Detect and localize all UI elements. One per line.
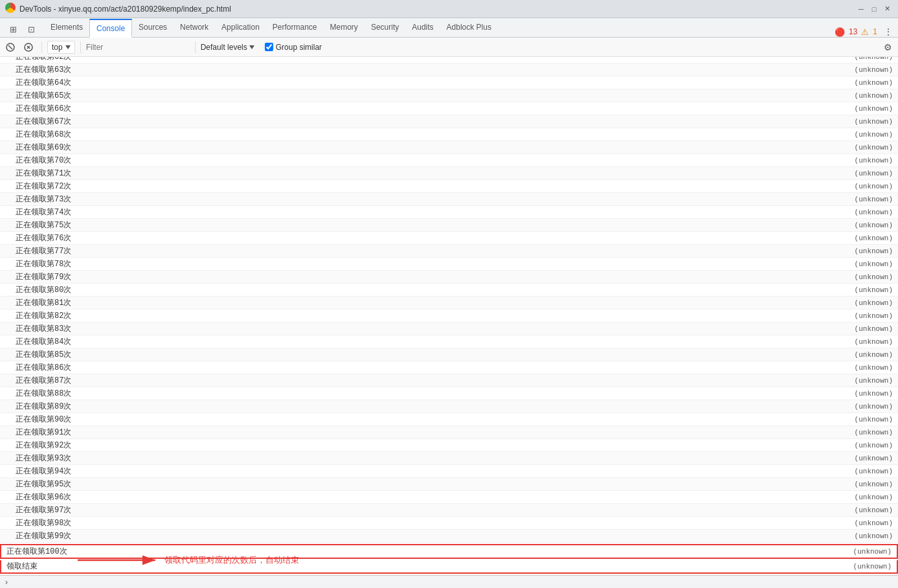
- title-text: DevTools - xinyue.qq.com/act/a20180929ke…: [19, 5, 855, 14]
- close-button[interactable]: ✕: [881, 3, 893, 15]
- table-row: 正在领取第68次(unknown): [0, 128, 898, 141]
- table-row: 正在领取第84次(unknown): [0, 335, 898, 348]
- table-row: 正在领取第80次(unknown): [0, 284, 898, 297]
- titlebar: DevTools - xinyue.qq.com/act/a20180929ke…: [0, 0, 898, 18]
- bottom-arrow-icon[interactable]: ›: [5, 578, 8, 587]
- window-controls: ─ □ ✕: [855, 3, 893, 15]
- table-row: 正在领取第70次(unknown): [0, 154, 898, 167]
- table-row: 正在领取第90次(unknown): [0, 413, 898, 426]
- table-row: 正在领取第97次(unknown): [0, 504, 898, 517]
- table-row: 正在领取第86次(unknown): [0, 361, 898, 374]
- table-row: 正在领取第88次(unknown): [0, 387, 898, 400]
- table-row: 正在领取第85次(unknown): [0, 348, 898, 361]
- tab-performance[interactable]: Performance: [266, 18, 324, 37]
- maximize-button[interactable]: □: [868, 3, 880, 15]
- gear-button[interactable]: ⚙: [880, 40, 895, 55]
- table-row: 正在领取第74次(unknown): [0, 206, 898, 219]
- table-row: 正在领取第79次(unknown): [0, 271, 898, 284]
- table-row: 正在领取第71次(unknown): [0, 167, 898, 180]
- table-row: 正在领取第78次(unknown): [0, 258, 898, 271]
- tab-security[interactable]: Security: [365, 18, 405, 37]
- table-row: 正在领取第69次(unknown): [0, 141, 898, 154]
- table-row: 正在领取第93次(unknown): [0, 452, 898, 465]
- table-row: 正在领取第96次(unknown): [0, 491, 898, 504]
- table-row: 正在领取第82次(unknown): [0, 310, 898, 322]
- table-row: 正在领取第92次(unknown): [0, 439, 898, 452]
- chrome-icon: [5, 3, 16, 15]
- clear-console-button[interactable]: [3, 40, 18, 55]
- table-row: 正在领取第76次(unknown): [0, 232, 898, 245]
- table-row: 正在领取第64次(unknown): [0, 76, 898, 89]
- annotation-text: 领取代码里对应的次数后，自动结束: [164, 554, 299, 566]
- tab-adblock[interactable]: Adblock Plus: [440, 18, 498, 37]
- stop-button[interactable]: [21, 40, 36, 55]
- table-row: 正在领取第99次(unknown): [0, 530, 898, 543]
- warning-count-badge: 1: [873, 27, 877, 36]
- devtools-tabbar: ⊞ ⊡ Elements Console Sources Network App…: [0, 18, 898, 38]
- highlighted-rows-container: 正在领取第100次 (unknown) 领取结束 (unknown) 领取代码里…: [0, 543, 898, 575]
- bottombar: ›: [0, 575, 898, 588]
- svg-line-1: [8, 45, 12, 49]
- console-rows-container: 正在领取第60次(unknown)正在领取第61次(unknown)正在领取第6…: [0, 57, 898, 543]
- console-output[interactable]: 正在领取第60次(unknown)正在领取第61次(unknown)正在领取第6…: [0, 57, 898, 575]
- minimize-button[interactable]: ─: [855, 3, 867, 15]
- context-selector[interactable]: top: [47, 41, 75, 54]
- tab-badge-area: 🔴 13 ⚠ 1 ⋮: [835, 27, 893, 37]
- tab-memory[interactable]: Memory: [324, 18, 365, 37]
- tab-audits[interactable]: Audits: [405, 18, 440, 37]
- group-similar-checkbox[interactable]: Group similar: [265, 43, 322, 52]
- table-row: 正在领取第81次(unknown): [0, 297, 898, 310]
- toolbar-divider-1: [41, 41, 42, 53]
- table-row: 正在领取第94次(unknown): [0, 465, 898, 478]
- tab-sources[interactable]: Sources: [132, 18, 174, 37]
- dock-left-icon[interactable]: ⊞: [5, 21, 21, 37]
- table-row: 正在领取第87次(unknown): [0, 374, 898, 387]
- table-row: 正在领取第63次(unknown): [0, 63, 898, 76]
- tab-elements[interactable]: Elements: [44, 18, 89, 37]
- table-row: 正在领取第83次(unknown): [0, 322, 898, 335]
- default-levels-selector[interactable]: Default levels: [201, 43, 254, 52]
- settings-icon[interactable]: ⋮: [884, 27, 893, 37]
- table-row: 正在领取第72次(unknown): [0, 180, 898, 193]
- table-row: 正在领取第75次(unknown): [0, 219, 898, 232]
- filter-input[interactable]: [86, 43, 190, 52]
- dock-right-icon[interactable]: ⊡: [23, 21, 39, 37]
- table-row: 正在领取第89次(unknown): [0, 400, 898, 413]
- table-row: 正在领取第67次(unknown): [0, 115, 898, 128]
- table-row: 正在领取第91次(unknown): [0, 426, 898, 439]
- error-icon: 🔴: [835, 27, 845, 37]
- table-row: 正在领取第66次(unknown): [0, 102, 898, 115]
- tab-network[interactable]: Network: [174, 18, 215, 37]
- table-row: 正在领取第95次(unknown): [0, 478, 898, 491]
- tab-application[interactable]: Application: [215, 18, 266, 37]
- toolbar-divider-3: [195, 41, 196, 53]
- warning-icon: ⚠: [861, 27, 869, 37]
- table-row: 正在领取第65次(unknown): [0, 89, 898, 102]
- table-row: 正在领取第73次(unknown): [0, 193, 898, 206]
- table-row: 正在领取第77次(unknown): [0, 245, 898, 258]
- console-toolbar: top Default levels Group similar ⚙: [0, 38, 898, 57]
- table-row: 正在领取第62次(unknown): [0, 57, 898, 63]
- toolbar-divider-2: [80, 41, 81, 53]
- error-count-badge: 13: [849, 27, 857, 36]
- table-row: 正在领取第98次(unknown): [0, 517, 898, 530]
- tab-console[interactable]: Console: [89, 19, 132, 38]
- annotation-arrow: 领取代码里对应的次数后，自动结束: [78, 550, 299, 570]
